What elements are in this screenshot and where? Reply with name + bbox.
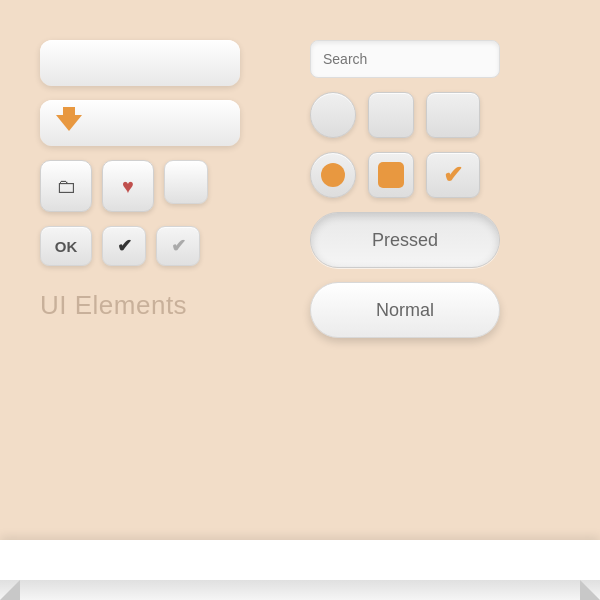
radio-on[interactable] xyxy=(310,152,356,198)
left-column: 🗀 ♥ OK ✔ ✔ UI Elements xyxy=(40,40,300,338)
paper-fold-right xyxy=(580,580,600,600)
checkmark-light-icon: ✔ xyxy=(171,235,186,257)
normal-label: Normal xyxy=(376,300,434,321)
flat-button[interactable] xyxy=(40,40,240,86)
checkbox-fill xyxy=(378,162,404,188)
main-container: 🗀 ♥ OK ✔ ✔ UI Elements xyxy=(0,0,600,600)
check-dark-button[interactable]: ✔ xyxy=(102,226,146,266)
paper-fold-left xyxy=(0,580,20,600)
normal-button[interactable]: Normal xyxy=(310,282,500,338)
paper-strip xyxy=(0,540,600,600)
icon-button-row: 🗀 ♥ xyxy=(40,160,280,212)
heart-icon: ♥ xyxy=(122,175,134,198)
heart-button[interactable]: ♥ xyxy=(102,160,154,212)
checkbox-off-wide[interactable] xyxy=(426,92,480,138)
download-button[interactable] xyxy=(40,100,240,146)
radio-dot xyxy=(321,163,345,187)
toggle-off-row xyxy=(310,92,560,138)
arrow-down-icon xyxy=(56,115,82,131)
checkbox-check[interactable]: ✔ xyxy=(426,152,480,198)
checkmark-dark-icon: ✔ xyxy=(117,235,132,257)
right-column: ✔ Pressed Normal xyxy=(300,40,560,338)
ok-button[interactable]: OK xyxy=(40,226,92,266)
ui-elements-label: UI Elements xyxy=(40,290,280,321)
checkbox-on[interactable] xyxy=(368,152,414,198)
pressed-button[interactable]: Pressed xyxy=(310,212,500,268)
checkbox-off[interactable] xyxy=(368,92,414,138)
toggle-on-row: ✔ xyxy=(310,152,560,198)
action-button-row: OK ✔ ✔ xyxy=(40,226,280,266)
small-button[interactable] xyxy=(164,160,208,204)
check-light-button[interactable]: ✔ xyxy=(156,226,200,266)
pressed-label: Pressed xyxy=(372,230,438,251)
folder-button[interactable]: 🗀 xyxy=(40,160,92,212)
ok-label: OK xyxy=(55,238,78,255)
checkmark-orange-icon: ✔ xyxy=(443,161,463,189)
radio-off[interactable] xyxy=(310,92,356,138)
search-input[interactable] xyxy=(310,40,500,78)
folder-icon: 🗀 xyxy=(56,175,76,198)
